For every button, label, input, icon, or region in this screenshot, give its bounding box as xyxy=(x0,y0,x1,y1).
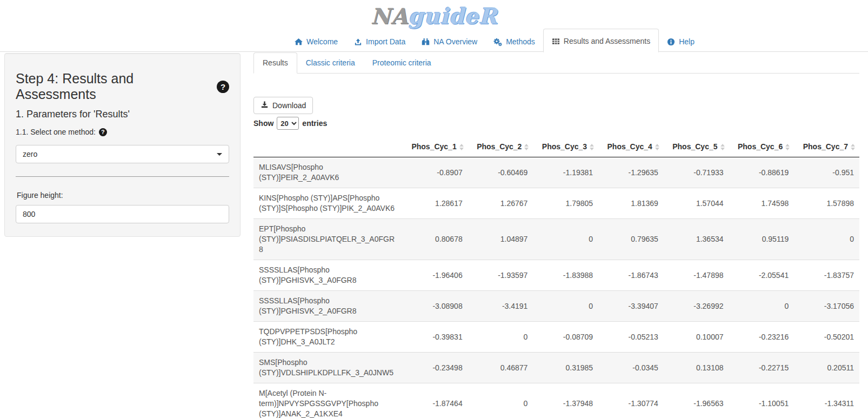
table-row: M[Acetyl (Protein N-term)]NPVYSPGSSGVPY[… xyxy=(253,383,859,418)
value-cell: -0.0345 xyxy=(598,353,664,383)
info-icon xyxy=(667,38,675,46)
method-label-row: 1.1. Select one method: ? xyxy=(16,128,229,136)
column-header-label: Phos_Cyc_2 xyxy=(477,142,522,151)
value-cell: -0.60469 xyxy=(468,157,533,188)
nav-tab-import-data[interactable]: Import Data xyxy=(346,32,413,52)
method-label-text: 1.1. Select one method: xyxy=(16,128,96,136)
value-cell: 1.28617 xyxy=(403,188,468,219)
column-header-label: Phos_Cyc_1 xyxy=(411,142,456,151)
value-cell: 1.57898 xyxy=(794,188,859,219)
row-names-header[interactable] xyxy=(253,136,403,157)
nav-tab-label: Methods xyxy=(506,37,535,47)
row-name-cell: EPT[Phospho (STY)]PSIASDISLPIATQELR_3_A0… xyxy=(253,219,403,260)
nav-tab-welcome[interactable]: Welcome xyxy=(286,32,346,52)
top-navbar: WelcomeImport DataNA OverviewMethodsResu… xyxy=(0,31,868,52)
value-cell: -0.951 xyxy=(794,157,859,188)
sort-icon xyxy=(655,144,659,150)
value-cell: -3.26992 xyxy=(664,291,729,322)
column-header-phos-cyc-1[interactable]: Phos_Cyc_1 xyxy=(403,136,468,157)
value-cell: -1.93597 xyxy=(468,260,533,291)
column-header-phos-cyc-4[interactable]: Phos_Cyc_4 xyxy=(598,136,664,157)
nav-tab-label: NA Overview xyxy=(433,37,477,47)
row-name-cell: M[Acetyl (Protein N-term)]NPVYSPGSSGVPY[… xyxy=(253,383,403,418)
value-cell: -1.19381 xyxy=(533,157,598,188)
value-cell: 0.79635 xyxy=(598,219,664,260)
nav-tab-label: Welcome xyxy=(306,37,338,47)
value-cell: -3.39407 xyxy=(598,291,664,322)
value-cell: 1.04897 xyxy=(468,219,533,260)
value-cell: -1.87464 xyxy=(403,383,468,418)
value-cell: -1.47898 xyxy=(664,260,729,291)
table-icon xyxy=(552,37,560,45)
subtab-proteomic-criteria[interactable]: Proteomic criteria xyxy=(364,53,440,73)
value-cell: -1.96563 xyxy=(664,383,729,418)
value-cell: -2.05541 xyxy=(729,260,794,291)
sort-icon xyxy=(785,144,790,150)
value-cell: -0.23216 xyxy=(729,322,794,353)
subtab-classic-criteria[interactable]: Classic criteria xyxy=(297,53,364,73)
value-cell: -1.96406 xyxy=(403,260,468,291)
value-cell: 1.36534 xyxy=(664,219,729,260)
nav-tab-methods[interactable]: Methods xyxy=(485,32,543,52)
page-length-select[interactable]: 20 xyxy=(277,117,299,130)
value-cell: -0.23498 xyxy=(403,353,468,383)
column-header-label: Phos_Cyc_6 xyxy=(738,142,783,151)
length-label-before: Show xyxy=(253,119,273,128)
value-cell: -1.10051 xyxy=(729,383,794,418)
subtab-results[interactable]: Results xyxy=(253,52,297,74)
value-cell: -1.29635 xyxy=(598,157,664,188)
value-cell: 0 xyxy=(794,219,859,260)
result-subtabs: ResultsClassic criteriaProteomic criteri… xyxy=(253,53,859,74)
method-help-icon[interactable]: ? xyxy=(99,128,107,136)
row-name-cell: KINS[Phospho (STY)]APS[Phospho (STY)]S[P… xyxy=(253,188,403,219)
nav-tab-help[interactable]: Help xyxy=(659,32,703,52)
value-cell: -1.30774 xyxy=(598,383,664,418)
value-cell: 0.31985 xyxy=(533,353,598,383)
results-table-header: Phos_Cyc_1Phos_Cyc_2Phos_Cyc_3Phos_Cyc_4… xyxy=(253,136,859,157)
value-cell: -0.05213 xyxy=(598,322,664,353)
column-header-phos-cyc-2[interactable]: Phos_Cyc_2 xyxy=(468,136,533,157)
row-name-cell: TQDPVPPETPSDS[Phospho (STY)]DHK_3_A0JLT2 xyxy=(253,322,403,353)
value-cell: -1.83988 xyxy=(533,260,598,291)
download-button-label: Download xyxy=(272,101,306,110)
table-row: SSSSLLAS[Phospho (STY)]PGHISVK_3_A0FGR8-… xyxy=(253,260,859,291)
value-cell: 0.46877 xyxy=(468,353,533,383)
value-cell: -0.71933 xyxy=(664,157,729,188)
download-button[interactable]: Download xyxy=(253,97,313,114)
column-header-phos-cyc-5[interactable]: Phos_Cyc_5 xyxy=(664,136,729,157)
main-panel: ResultsClassic criteriaProteomic criteri… xyxy=(253,53,868,418)
value-cell: 1.81369 xyxy=(598,188,664,219)
table-row: KINS[Phospho (STY)]APS[Phospho (STY)]S[P… xyxy=(253,188,859,219)
navbar-tabs: WelcomeImport DataNA OverviewMethodsResu… xyxy=(286,31,868,52)
value-cell: 1.79805 xyxy=(533,188,598,219)
nav-tab-na-overview[interactable]: NA Overview xyxy=(413,32,485,52)
logo-na-part: NA xyxy=(371,3,409,29)
value-cell: 1.57044 xyxy=(664,188,729,219)
sidebar-divider xyxy=(16,176,229,177)
nav-tab-label: Help xyxy=(679,37,695,47)
chevron-down-icon xyxy=(217,153,222,156)
value-cell: -0.22715 xyxy=(729,353,794,383)
value-cell: -0.8907 xyxy=(403,157,468,188)
value-cell: 1.74598 xyxy=(729,188,794,219)
nav-tab-results-and-assessments[interactable]: Results and Assessments xyxy=(543,29,659,52)
value-cell: -1.83757 xyxy=(794,260,859,291)
value-cell: 0 xyxy=(533,291,598,322)
step-help-icon[interactable]: ? xyxy=(217,81,229,93)
results-table: Phos_Cyc_1Phos_Cyc_2Phos_Cyc_3Phos_Cyc_4… xyxy=(253,136,859,418)
value-cell: 0.10007 xyxy=(664,322,729,353)
value-cell: 0 xyxy=(468,383,533,418)
table-row: SSSSLLAS[Phospho (STY)]PGHISVK_2_A0FGR8-… xyxy=(253,291,859,322)
figure-height-input[interactable] xyxy=(16,205,229,223)
app-logo: NAguideR xyxy=(371,3,498,29)
column-header-phos-cyc-3[interactable]: Phos_Cyc_3 xyxy=(533,136,598,157)
table-row: TQDPVPPETPSDS[Phospho (STY)]DHK_3_A0JLT2… xyxy=(253,322,859,353)
column-header-phos-cyc-6[interactable]: Phos_Cyc_6 xyxy=(729,136,794,157)
sidebar-panel: Step 4: Results and Assessments ? 1. Par… xyxy=(4,53,241,237)
sort-icon xyxy=(851,144,855,150)
column-header-phos-cyc-7[interactable]: Phos_Cyc_7 xyxy=(794,136,859,157)
column-header-label: Phos_Cyc_7 xyxy=(803,142,848,151)
method-select[interactable]: zero xyxy=(16,145,229,163)
table-row: EPT[Phospho (STY)]PSIASDISLPIATQELR_3_A0… xyxy=(253,219,859,260)
nav-tab-label: Import Data xyxy=(366,37,405,47)
